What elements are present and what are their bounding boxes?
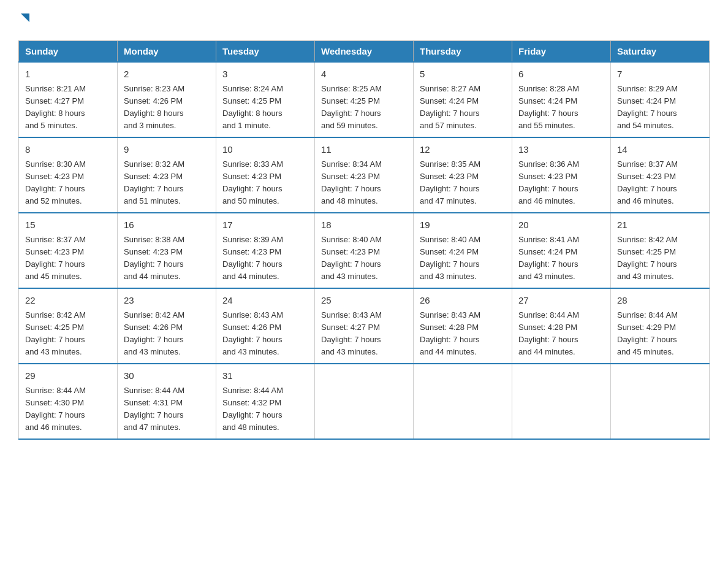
day-info: Sunrise: 8:37 AMSunset: 4:23 PMDaylight:… (25, 235, 86, 281)
day-number: 10 (222, 143, 308, 157)
day-number: 1 (25, 67, 111, 82)
calendar-cell: 7 Sunrise: 8:29 AMSunset: 4:24 PMDayligh… (611, 62, 710, 137)
calendar-cell: 19 Sunrise: 8:40 AMSunset: 4:24 PMDaylig… (414, 213, 512, 288)
day-number: 8 (25, 143, 111, 157)
calendar-cell: 29 Sunrise: 8:44 AMSunset: 4:30 PMDaylig… (19, 364, 118, 439)
day-number: 27 (518, 294, 604, 308)
day-info: Sunrise: 8:37 AMSunset: 4:23 PMDaylight:… (617, 159, 678, 205)
day-info: Sunrise: 8:38 AMSunset: 4:23 PMDaylight:… (124, 235, 184, 281)
day-info: Sunrise: 8:41 AMSunset: 4:24 PMDaylight:… (518, 235, 579, 281)
day-info: Sunrise: 8:43 AMSunset: 4:27 PMDaylight:… (321, 310, 382, 356)
day-number: 18 (321, 218, 407, 232)
day-number: 23 (124, 294, 210, 308)
day-info: Sunrise: 8:27 AMSunset: 4:24 PMDaylight:… (420, 84, 480, 130)
col-header-thursday: Thursday (414, 41, 512, 63)
day-number: 29 (25, 369, 111, 383)
calendar-cell: 31 Sunrise: 8:44 AMSunset: 4:32 PMDaylig… (216, 364, 315, 439)
day-number: 31 (222, 369, 308, 383)
day-info: Sunrise: 8:34 AMSunset: 4:23 PMDaylight:… (321, 159, 382, 205)
day-info: Sunrise: 8:43 AMSunset: 4:26 PMDaylight:… (222, 310, 283, 356)
calendar-cell: 16 Sunrise: 8:38 AMSunset: 4:23 PMDaylig… (118, 213, 216, 288)
calendar-cell: 9 Sunrise: 8:32 AMSunset: 4:23 PMDayligh… (118, 137, 216, 213)
calendar-cell: 14 Sunrise: 8:37 AMSunset: 4:23 PMDaylig… (611, 137, 710, 213)
day-number: 22 (25, 294, 111, 308)
calendar-cell: 30 Sunrise: 8:44 AMSunset: 4:31 PMDaylig… (118, 364, 216, 439)
calendar-cell: 11 Sunrise: 8:34 AMSunset: 4:23 PMDaylig… (315, 137, 414, 213)
day-number: 19 (420, 218, 506, 232)
logo (18, 12, 32, 28)
day-info: Sunrise: 8:44 AMSunset: 4:28 PMDaylight:… (518, 310, 579, 356)
day-number: 26 (420, 294, 506, 308)
col-header-friday: Friday (512, 41, 611, 63)
col-header-saturday: Saturday (611, 41, 710, 63)
day-number: 17 (222, 218, 308, 232)
day-info: Sunrise: 8:25 AMSunset: 4:25 PMDaylight:… (321, 84, 382, 130)
day-info: Sunrise: 8:42 AMSunset: 4:25 PMDaylight:… (25, 310, 86, 356)
day-number: 21 (617, 218, 703, 232)
calendar-cell: 6 Sunrise: 8:28 AMSunset: 4:24 PMDayligh… (512, 62, 611, 137)
calendar-cell: 28 Sunrise: 8:44 AMSunset: 4:29 PMDaylig… (611, 288, 710, 364)
calendar-cell: 13 Sunrise: 8:36 AMSunset: 4:23 PMDaylig… (512, 137, 611, 213)
calendar-cell: 1 Sunrise: 8:21 AMSunset: 4:27 PMDayligh… (19, 62, 118, 137)
logo-triangle-icon (18, 11, 32, 27)
calendar-week-row: 1 Sunrise: 8:21 AMSunset: 4:27 PMDayligh… (19, 62, 710, 137)
day-info: Sunrise: 8:35 AMSunset: 4:23 PMDaylight:… (420, 159, 480, 205)
day-number: 20 (518, 218, 604, 232)
day-number: 16 (124, 218, 210, 232)
calendar-week-row: 8 Sunrise: 8:30 AMSunset: 4:23 PMDayligh… (19, 137, 710, 213)
day-info: Sunrise: 8:43 AMSunset: 4:28 PMDaylight:… (420, 310, 480, 356)
day-info: Sunrise: 8:44 AMSunset: 4:31 PMDaylight:… (124, 386, 184, 432)
calendar-cell (512, 364, 611, 439)
calendar-cell: 2 Sunrise: 8:23 AMSunset: 4:26 PMDayligh… (118, 62, 216, 137)
calendar-cell: 27 Sunrise: 8:44 AMSunset: 4:28 PMDaylig… (512, 288, 611, 364)
calendar-cell (315, 364, 414, 439)
calendar-header-row: Sunday Monday Tuesday Wednesday Thursday… (19, 41, 710, 63)
page-header (18, 12, 710, 28)
day-info: Sunrise: 8:40 AMSunset: 4:23 PMDaylight:… (321, 235, 382, 281)
calendar-cell: 21 Sunrise: 8:42 AMSunset: 4:25 PMDaylig… (611, 213, 710, 288)
day-info: Sunrise: 8:42 AMSunset: 4:26 PMDaylight:… (124, 310, 184, 356)
day-info: Sunrise: 8:44 AMSunset: 4:32 PMDaylight:… (222, 386, 283, 432)
calendar-cell (611, 364, 710, 439)
calendar-body: 1 Sunrise: 8:21 AMSunset: 4:27 PMDayligh… (19, 62, 710, 439)
day-number: 12 (420, 143, 506, 157)
day-info: Sunrise: 8:36 AMSunset: 4:23 PMDaylight:… (518, 159, 579, 205)
day-number: 2 (124, 67, 210, 82)
day-number: 7 (617, 67, 703, 82)
calendar-cell: 3 Sunrise: 8:24 AMSunset: 4:25 PMDayligh… (216, 62, 315, 137)
calendar-cell: 15 Sunrise: 8:37 AMSunset: 4:23 PMDaylig… (19, 213, 118, 288)
calendar-cell: 5 Sunrise: 8:27 AMSunset: 4:24 PMDayligh… (414, 62, 512, 137)
day-info: Sunrise: 8:23 AMSunset: 4:26 PMDaylight:… (124, 84, 184, 130)
day-number: 15 (25, 218, 111, 232)
day-number: 4 (321, 67, 407, 82)
calendar-cell: 20 Sunrise: 8:41 AMSunset: 4:24 PMDaylig… (512, 213, 611, 288)
day-number: 24 (222, 294, 308, 308)
day-info: Sunrise: 8:44 AMSunset: 4:29 PMDaylight:… (617, 310, 678, 356)
calendar-cell (414, 364, 512, 439)
calendar-week-row: 29 Sunrise: 8:44 AMSunset: 4:30 PMDaylig… (19, 364, 710, 439)
calendar-week-row: 22 Sunrise: 8:42 AMSunset: 4:25 PMDaylig… (19, 288, 710, 364)
calendar-week-row: 15 Sunrise: 8:37 AMSunset: 4:23 PMDaylig… (19, 213, 710, 288)
calendar-cell: 17 Sunrise: 8:39 AMSunset: 4:23 PMDaylig… (216, 213, 315, 288)
day-info: Sunrise: 8:24 AMSunset: 4:25 PMDaylight:… (222, 84, 283, 130)
day-number: 9 (124, 143, 210, 157)
day-info: Sunrise: 8:32 AMSunset: 4:23 PMDaylight:… (124, 159, 184, 205)
svg-marker-0 (21, 13, 29, 22)
calendar-cell: 23 Sunrise: 8:42 AMSunset: 4:26 PMDaylig… (118, 288, 216, 364)
day-info: Sunrise: 8:33 AMSunset: 4:23 PMDaylight:… (222, 159, 283, 205)
day-info: Sunrise: 8:40 AMSunset: 4:24 PMDaylight:… (420, 235, 480, 281)
col-header-tuesday: Tuesday (216, 41, 315, 63)
day-info: Sunrise: 8:28 AMSunset: 4:24 PMDaylight:… (518, 84, 579, 130)
day-number: 28 (617, 294, 703, 308)
day-info: Sunrise: 8:21 AMSunset: 4:27 PMDaylight:… (25, 84, 86, 130)
day-info: Sunrise: 8:30 AMSunset: 4:23 PMDaylight:… (25, 159, 86, 205)
calendar-table: Sunday Monday Tuesday Wednesday Thursday… (18, 40, 710, 440)
calendar-cell: 12 Sunrise: 8:35 AMSunset: 4:23 PMDaylig… (414, 137, 512, 213)
day-number: 11 (321, 143, 407, 157)
calendar-cell: 24 Sunrise: 8:43 AMSunset: 4:26 PMDaylig… (216, 288, 315, 364)
calendar-cell: 25 Sunrise: 8:43 AMSunset: 4:27 PMDaylig… (315, 288, 414, 364)
calendar-cell: 26 Sunrise: 8:43 AMSunset: 4:28 PMDaylig… (414, 288, 512, 364)
day-number: 14 (617, 143, 703, 157)
day-number: 3 (222, 67, 308, 82)
calendar-cell: 22 Sunrise: 8:42 AMSunset: 4:25 PMDaylig… (19, 288, 118, 364)
